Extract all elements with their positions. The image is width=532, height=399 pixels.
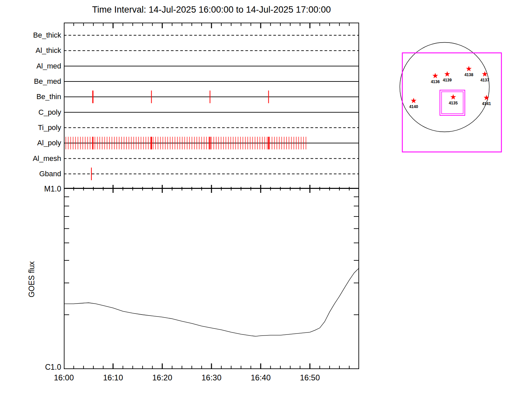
active-region-star-4139 [444, 71, 450, 76]
time-axis-label-1650: 16:50 [300, 373, 320, 382]
goes-axis-title: GOES flux [27, 261, 36, 298]
filter-label-be_med: Be_med [0, 77, 61, 86]
goes-axis-min-label: C1.0 [0, 363, 61, 371]
filter-label-ti_poly: Ti_poly [0, 123, 61, 132]
active-region-star-4138 [466, 66, 471, 71]
time-axis-label-1610: 16:10 [103, 373, 123, 382]
timeline-and-goes-plot [64, 23, 359, 369]
filter-label-al_thick: Al_thick [0, 46, 61, 55]
active-region-star-4140 [411, 98, 416, 103]
filter-label-al_med: Al_med [0, 62, 61, 70]
time-axis-label-1640: 16:40 [251, 373, 271, 382]
time-axis-label-1630: 16:30 [201, 373, 221, 382]
goes-panel-border [64, 189, 359, 369]
filter-label-gband: Gband [0, 170, 61, 178]
goes-flux-curve [64, 268, 359, 336]
time-axis-label-1620: 16:20 [152, 373, 172, 382]
active-region-label-4140: 4140 [409, 104, 418, 109]
timeline-panel-border [64, 23, 359, 188]
active-region-label-4139: 4139 [443, 78, 452, 82]
solar-limb-circle [400, 43, 489, 132]
goes-axis-max-label: M1.0 [0, 185, 61, 193]
active-region-label-4138: 4138 [465, 72, 473, 77]
active-region-star-4135 [450, 94, 456, 99]
solar-disk-map: 4136413941384137413541414140 [396, 38, 509, 158]
active-region-label-4136: 4136 [431, 79, 440, 84]
active-region-label-4135: 4135 [449, 101, 458, 105]
filter-label-c_poly: C_poly [0, 108, 61, 117]
filter-label-be_thin: Be_thin [0, 92, 61, 101]
filter-label-be_thick: Be_thick [0, 31, 61, 40]
active-region-label-4137: 4137 [480, 78, 489, 82]
plot-title: Time Interval: 14-Jul-2025 16:00:00 to 1… [64, 5, 359, 15]
xrt-timeline-screenshot: Time Interval: 14-Jul-2025 16:00:00 to 1… [0, 0, 532, 399]
active-region-label-4141: 4141 [482, 101, 491, 106]
time-axis-label-1600: 16:00 [54, 373, 74, 382]
filter-label-al_mesh: Al_mesh [0, 154, 61, 163]
active-region-star-4136 [432, 73, 438, 78]
filter-label-al_poly: Al_poly [0, 139, 61, 147]
